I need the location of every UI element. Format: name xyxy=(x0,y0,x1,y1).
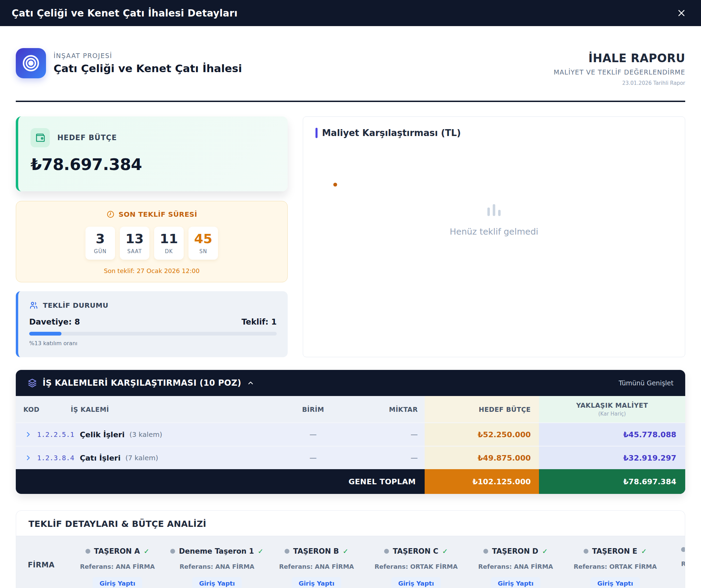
col-kod: KOD xyxy=(16,406,71,413)
report-date: 23.01.2026 Tarihli Rapor xyxy=(554,80,685,86)
table-row[interactable]: 1.2.2.5.1 Çelik İşleri (3 kalem) — — ₺52… xyxy=(16,422,685,446)
company-status-badge[interactable]: Giriş Yaptı xyxy=(192,577,242,588)
row-item-count: (3 kalem) xyxy=(129,430,162,439)
company-status-badge[interactable]: Giriş Yaptı xyxy=(391,577,441,588)
chevron-right-icon[interactable] xyxy=(25,454,32,461)
project-brand: İNŞAAT PROJESİ Çatı Çeliği ve Kenet Çatı… xyxy=(16,48,242,78)
company-status-badge[interactable]: Giriş Yaptı xyxy=(590,577,640,588)
offer-status-card: TEKLİF DURUMU Davetiye: 8 Teklif: 1 %13 … xyxy=(16,291,288,357)
company-status-badge[interactable]: Giriş Yaptı xyxy=(93,577,142,588)
company-column: Deneme Taşeron 1 ✓ Referans: ANA FİRMA G… xyxy=(167,536,267,588)
work-items-title: İŞ KALEMLERİ KARŞILAŞTIRMASI (10 POZ) xyxy=(43,378,241,388)
work-items-section: İŞ KALEMLERİ KARŞILAŞTIRMASI (10 POZ) Tü… xyxy=(16,370,685,494)
col-miktar: MİKTAR xyxy=(359,406,425,413)
participation-caption: %13 katılım oranı xyxy=(29,340,277,347)
grand-total-hedef: ₺102.125.000 xyxy=(425,469,539,494)
company-referans: Referans: ANA FİRMA xyxy=(68,563,167,570)
company-referans: Referans: ANA FİRMA xyxy=(466,563,565,570)
report-title: İHALE RAPORU xyxy=(554,52,685,65)
target-logo-icon xyxy=(16,48,46,78)
company-dot-icon xyxy=(384,549,389,554)
table-footer-row: GENEL TOPLAM ₺102.125.000 ₺78.697.384 xyxy=(16,469,685,494)
chart-title: Maliyet Karşılaştırması (TL) xyxy=(322,128,461,138)
budget-value: ₺78.697.384 xyxy=(31,155,275,174)
chart-empty-text: Henüz teklif gelmedi xyxy=(303,227,685,237)
company-column: TAŞERON B ✓ Referans: ANA FİRMA Giriş Ya… xyxy=(267,536,366,588)
days-value: 3 xyxy=(96,232,105,245)
row-code: 1.2.3.8.4 xyxy=(37,454,74,462)
countdown-timer: 3 GÜN 13 SAAT 11 DK 45 SN xyxy=(16,227,287,260)
countdown-days: 3 GÜN xyxy=(85,227,115,260)
col-hedef-butce: HEDEF BÜTÇE xyxy=(425,396,539,422)
seconds-value: 45 xyxy=(194,232,212,245)
report-subtitle: MALİYET VE TEKLİF DEĞERLENDİRME xyxy=(554,68,685,76)
hours-value: 13 xyxy=(126,232,144,245)
company-column: TAŞERON A ✓ Referans: ANA FİRMA Giriş Ya… xyxy=(68,536,167,588)
company-dot-icon xyxy=(584,549,588,554)
row-birim: — xyxy=(267,454,359,462)
project-title: Çatı Çeliği ve Kenet Çatı İhalesi xyxy=(54,62,242,75)
table-row[interactable]: 1.2.3.8.4 Çatı İşleri (7 kalem) — — ₺49.… xyxy=(16,446,685,469)
company-column: TAŞERON C ✓ Referans: ORTAK FİRMA Giriş … xyxy=(366,536,466,588)
row-hedef-butce: ₺52.250.000 xyxy=(425,423,539,446)
close-icon[interactable] xyxy=(676,7,687,19)
company-column-clipped: R xyxy=(681,536,685,567)
status-label: TEKLİF DURUMU xyxy=(43,301,108,309)
project-eyebrow: İNŞAAT PROJESİ xyxy=(54,52,242,59)
days-unit: GÜN xyxy=(94,248,107,255)
table-column-headers: KOD İŞ KALEMİ BİRİM MİKTAR HEDEF BÜTÇE Y… xyxy=(16,396,685,422)
invites-count: Davetiye: 8 xyxy=(29,317,80,326)
deadline-date: Son teklif: 27 Ocak 2026 12:00 xyxy=(16,267,287,274)
company-column: TAŞERON D ✓ Referans: ANA FİRMA Giriş Ya… xyxy=(466,536,565,588)
chart-empty-state: Henüz teklif gelmedi xyxy=(303,199,685,237)
check-icon: ✓ xyxy=(442,547,448,555)
check-icon: ✓ xyxy=(542,547,548,555)
row-name: Çelik İşleri xyxy=(80,430,125,439)
clock-icon xyxy=(106,210,115,218)
check-icon: ✓ xyxy=(143,547,149,555)
report-meta: İHALE RAPORU MALİYET VE TEKLİF DEĞERLEND… xyxy=(554,52,685,86)
offer-details-title: TEKLİF DETAYLARI & BÜTÇE ANALİZİ xyxy=(16,511,685,536)
legend-dot-icon xyxy=(333,183,337,186)
countdown-seconds: 45 SN xyxy=(188,227,218,260)
col-yaklasik-main: YAKLAŞIK MALİYET xyxy=(576,402,648,409)
grand-total-label: GENEL TOPLAM xyxy=(16,477,425,486)
row-hedef-butce: ₺49.875.000 xyxy=(425,446,539,469)
bar-chart-icon xyxy=(303,199,685,221)
deadline-label: SON TEKLİF SÜRESİ xyxy=(119,210,197,218)
companies-list: TAŞERON A ✓ Referans: ANA FİRMA Giriş Ya… xyxy=(68,536,665,588)
work-items-header[interactable]: İŞ KALEMLERİ KARŞILAŞTIRMASI (10 POZ) Tü… xyxy=(16,370,685,396)
row-birim: — xyxy=(267,430,359,439)
cost-comparison-chart-card: Maliyet Karşılaştırması (TL) Henüz tekli… xyxy=(303,116,685,357)
chevron-up-icon[interactable] xyxy=(247,379,254,387)
offer-details-panel: TEKLİF DETAYLARI & BÜTÇE ANALİZİ FİRMA T… xyxy=(16,510,685,588)
row-miktar: — xyxy=(359,454,425,462)
company-column: TAŞERON E ✓ Referans: ORTAK FİRMA Giriş … xyxy=(565,536,665,588)
company-dot-icon xyxy=(483,549,488,554)
row-code: 1.2.2.5.1 xyxy=(37,430,74,439)
expand-all-button[interactable]: Tümünü Genişlet xyxy=(619,379,674,387)
modal-title: Çatı Çeliği ve Kenet Çatı İhalesi Detayl… xyxy=(12,8,238,19)
firm-header-row: FİRMA TAŞERON A ✓ Referans: ANA FİRMA Gi… xyxy=(16,536,685,588)
row-yaklasik-maliyet: ₺45.778.088 xyxy=(539,423,685,446)
countdown-hours: 13 SAAT xyxy=(120,227,149,260)
company-name: TAŞERON B xyxy=(293,547,339,555)
report-header: İNŞAAT PROJESİ Çatı Çeliği ve Kenet Çatı… xyxy=(16,48,685,86)
participation-progressbar xyxy=(29,332,277,336)
company-dot-icon xyxy=(170,549,175,554)
deadline-card: SON TEKLİF SÜRESİ 3 GÜN 13 SAAT 11 DK xyxy=(16,201,288,282)
hours-unit: SAAT xyxy=(127,248,142,255)
company-referans: Referans: ANA FİRMA xyxy=(267,563,366,570)
company-referans: Referans: ANA FİRMA xyxy=(167,563,267,570)
header-divider xyxy=(16,101,685,102)
row-item-count: (7 kalem) xyxy=(125,454,158,462)
col-yaklasik-sub: (Kar Hariç) xyxy=(598,411,626,417)
company-name: TAŞERON A xyxy=(94,547,140,555)
company-dot-icon xyxy=(681,547,685,552)
company-status-badge[interactable]: Giriş Yaptı xyxy=(292,577,341,588)
minutes-value: 11 xyxy=(160,232,178,245)
summary-column: HEDEF BÜTÇE ₺78.697.384 SON TEKLİF SÜRES… xyxy=(16,116,288,357)
chevron-right-icon[interactable] xyxy=(25,431,32,438)
company-status-badge[interactable]: Giriş Yaptı xyxy=(491,577,540,588)
offers-count: Teklif: 1 xyxy=(241,317,277,326)
